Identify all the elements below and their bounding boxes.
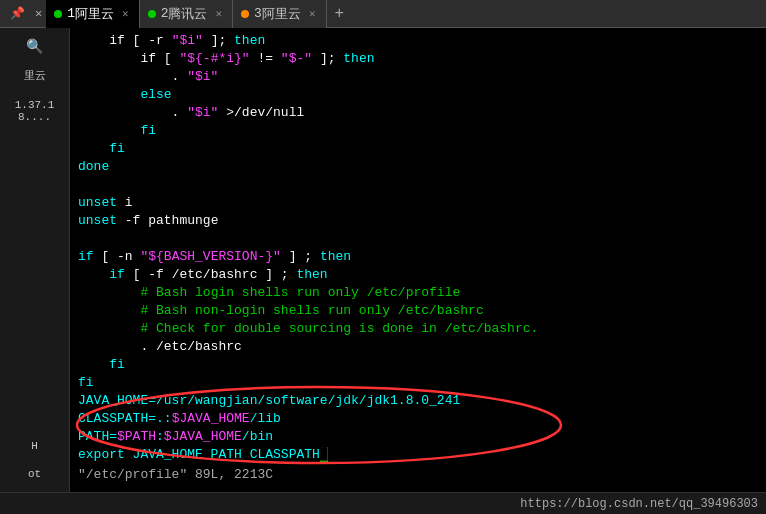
code-line-5: . "$i" >/dev/null <box>78 104 758 122</box>
tab-1[interactable]: 1 阿里云 ✕ <box>46 0 139 28</box>
code-area: if [ -r "$i" ]; then if [ "${-#*i}" != "… <box>70 28 766 492</box>
java-home-line: JAVA_HOME=/usr/wangjian/software/jdk/jdk… <box>78 392 758 410</box>
sidebar-item-3[interactable]: H <box>29 436 40 456</box>
code-line-17: # Check for double sourcing is done in /… <box>78 320 758 338</box>
code-line-18: . /etc/bashrc <box>78 338 758 356</box>
path-line: PATH=$PATH:$JAVA_HOME/bin <box>78 428 758 446</box>
tab-3-label: 阿里云 <box>262 5 301 23</box>
tab-3[interactable]: 3 阿里云 ✕ <box>233 0 326 28</box>
classpath-line: CLASSPATH=.:$JAVA_HOME/lib <box>78 410 758 428</box>
tab-2[interactable]: 2 腾讯云 ✕ <box>140 0 233 28</box>
highlighted-block: JAVA_HOME=/usr/wangjian/software/jdk/jdk… <box>78 392 758 464</box>
status-bar: https://blog.csdn.net/qq_39496303 <box>0 492 766 514</box>
code-line-15: # Bash login shells run only /etc/profil… <box>78 284 758 302</box>
code-line-1: if [ -r "$i" ]; then <box>78 32 758 50</box>
main-layout: 里云 1.37.18.... H ot if [ -r "$i" ]; then… <box>0 28 766 492</box>
code-line-2: if [ "${-#*i}" != "$-" ]; then <box>78 50 758 68</box>
code-line-4: else <box>78 86 758 104</box>
code-line-16: # Bash non-login shells run only /etc/ba… <box>78 302 758 320</box>
status-line: "/etc/profile" 89L, 2213C <box>78 466 758 484</box>
tab-1-dot <box>54 10 62 18</box>
tab-1-close[interactable]: ✕ <box>122 7 129 20</box>
code-line-12 <box>78 230 758 248</box>
sidebar-item-2[interactable]: 1.37.18.... <box>0 95 69 127</box>
code-line-20: fi <box>78 374 758 392</box>
code-line-3: . "$i" <box>78 68 758 86</box>
tab-add-button[interactable]: + <box>327 5 353 23</box>
code-line-19: fi <box>78 356 758 374</box>
tab-1-label: 阿里云 <box>75 5 114 23</box>
code-line-8: done <box>78 158 758 176</box>
status-right: https://blog.csdn.net/qq_39496303 <box>520 497 758 511</box>
sidebar: 里云 1.37.18.... H ot <box>0 28 70 492</box>
tab-2-label: 腾讯云 <box>168 5 207 23</box>
search-input[interactable] <box>15 36 55 56</box>
tab-3-close[interactable]: ✕ <box>309 7 316 20</box>
code-line-6: fi <box>78 122 758 140</box>
tab-1-number: 1 <box>67 6 75 21</box>
sidebar-item-4[interactable]: ot <box>26 464 43 484</box>
pin-icon[interactable]: 📌 <box>4 6 31 21</box>
tab-3-number: 3 <box>254 6 262 21</box>
code-line-11: unset -f pathmunge <box>78 212 758 230</box>
tab-3-dot <box>241 10 249 18</box>
tab-2-dot <box>148 10 156 18</box>
code-line-7: fi <box>78 140 758 158</box>
export-line: export JAVA_HOME PATH CLASSPATH█ <box>78 446 758 464</box>
code-line-13: if [ -n "${BASH_VERSION-}" ] ; then <box>78 248 758 266</box>
code-line-9 <box>78 176 758 194</box>
code-line-10: unset i <box>78 194 758 212</box>
tab-2-close[interactable]: ✕ <box>215 7 222 20</box>
code-line-14: if [ -f /etc/bashrc ] ; then <box>78 266 758 284</box>
sidebar-item-1[interactable]: 里云 <box>22 64 48 87</box>
tab-2-number: 2 <box>161 6 169 21</box>
tab-close-x[interactable]: ✕ <box>31 6 46 21</box>
tab-bar: 📌 ✕ 1 阿里云 ✕ 2 腾讯云 ✕ 3 阿里云 ✕ + <box>0 0 766 28</box>
